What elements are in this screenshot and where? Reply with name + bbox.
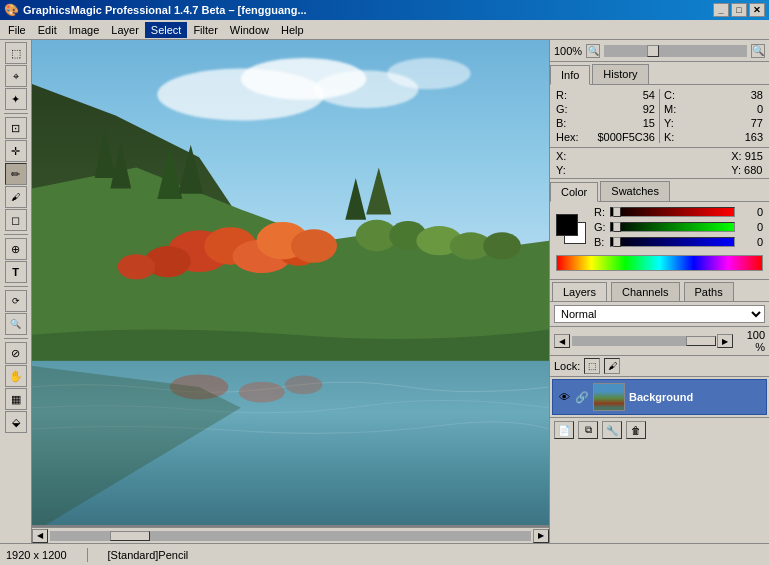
g-slider-track[interactable] [610, 222, 735, 232]
magic-wand-tool[interactable]: ✦ [5, 88, 27, 110]
b-slider-thumb[interactable] [613, 237, 621, 247]
menu-filter[interactable]: Filter [187, 22, 223, 38]
close-button[interactable]: ✕ [749, 3, 765, 17]
xy-label-row: X: Y: [556, 150, 566, 176]
scroll-left-button[interactable] [32, 529, 48, 543]
opacity-scroll-right[interactable] [717, 334, 733, 348]
lock-label: Lock: [554, 360, 580, 372]
lock-transparency-button[interactable]: ⬚ [584, 358, 600, 374]
info-col-left: R: 54 G: 92 B: 15 Hex: $000F5C36 [556, 89, 655, 143]
foreground-color-swatch[interactable] [556, 214, 578, 236]
info-r-row: R: 54 [556, 89, 655, 101]
opacity-row: 100 % [550, 327, 769, 356]
fill-tool[interactable]: ⬙ [5, 411, 27, 433]
blend-mode-row: Normal Dissolve Multiply Screen Overlay [550, 302, 769, 327]
menu-file[interactable]: File [2, 22, 32, 38]
hand-tool[interactable]: ✋ [5, 365, 27, 387]
zoom-slider-thumb[interactable] [647, 45, 659, 57]
b-slider-row: B: 0 [594, 236, 763, 248]
tab-swatches[interactable]: Swatches [600, 181, 670, 201]
delete-layer-button[interactable]: 🗑 [626, 421, 646, 439]
lock-paint-button[interactable]: 🖌 [604, 358, 620, 374]
color-panel-content: R: 0 G: 0 [550, 202, 769, 279]
tab-info[interactable]: Info [550, 65, 590, 85]
title-bar: 🎨 GraphicsMagic Professional 1.4.7 Beta … [0, 0, 769, 20]
canvas-scrollbar-h[interactable] [32, 527, 549, 543]
tab-history[interactable]: History [592, 64, 648, 84]
layer-properties-button[interactable]: 🔧 [602, 421, 622, 439]
tab-paths[interactable]: Paths [684, 282, 734, 301]
menu-window[interactable]: Window [224, 22, 275, 38]
arrow-right-icon-2 [722, 337, 728, 346]
gradient-tool[interactable]: ▦ [5, 388, 27, 410]
menu-edit[interactable]: Edit [32, 22, 63, 38]
k-value: 163 [745, 131, 763, 143]
r-slider-thumb[interactable] [613, 207, 621, 217]
info-g-row: G: 92 [556, 103, 655, 115]
text-tool[interactable]: T [5, 261, 27, 283]
svg-point-21 [285, 375, 323, 394]
duplicate-layer-button[interactable]: ⧉ [578, 421, 598, 439]
transform-tool[interactable]: ⟳ [5, 290, 27, 312]
clone-tool[interactable]: ⊕ [5, 238, 27, 260]
tab-channels[interactable]: Channels [611, 282, 679, 301]
r-slider-track[interactable] [610, 207, 735, 217]
brush-tool[interactable]: 🖌 [5, 186, 27, 208]
zoom-tool[interactable]: 🔍 [5, 313, 27, 335]
zoom-slider[interactable] [604, 45, 747, 57]
minimize-button[interactable]: _ [713, 3, 729, 17]
b-value: 15 [643, 117, 655, 129]
canvas-image [32, 40, 549, 525]
canvas-area[interactable] [32, 40, 549, 543]
tab-layers[interactable]: Layers [552, 282, 607, 301]
zoom-level: 100% [554, 45, 582, 57]
move-tool[interactable]: ✛ [5, 140, 27, 162]
eyedropper-tool[interactable]: ⊘ [5, 342, 27, 364]
menu-select[interactable]: Select [145, 22, 188, 38]
menu-image[interactable]: Image [63, 22, 106, 38]
r-slider-label: R: [594, 206, 606, 218]
arrow-left-icon [37, 531, 43, 540]
tab-color[interactable]: Color [550, 182, 598, 202]
info-y-row: Y: 77 [664, 117, 763, 129]
scroll-right-button[interactable] [533, 529, 549, 543]
maximize-button[interactable]: □ [731, 3, 747, 17]
rectangle-select-tool[interactable]: ⬚ [5, 42, 27, 64]
coordinates-row: X: Y: X: 915 Y: 680 [550, 147, 769, 178]
b-slider-track[interactable] [610, 237, 735, 247]
scroll-track-h[interactable] [50, 531, 531, 541]
crop-tool[interactable]: ⊡ [5, 117, 27, 139]
main-container: ⬚ ⌖ ✦ ⊡ ✛ ✏ 🖌 ◻ ⊕ T ⟳ 🔍 ⊘ ✋ ▦ ⬙ [0, 40, 769, 543]
new-layer-button[interactable]: 📄 [554, 421, 574, 439]
opacity-thumb[interactable] [686, 336, 716, 346]
eraser-tool[interactable]: ◻ [5, 209, 27, 231]
right-panel: 100% 🔍 🔍 Info History R: 54 G: [549, 40, 769, 543]
color-tab-header: Color Swatches [550, 179, 769, 202]
scroll-thumb-h[interactable] [110, 531, 150, 541]
layer-link-icon[interactable]: 🔗 [575, 391, 589, 404]
opacity-scroll-left[interactable] [554, 334, 570, 348]
c-value: 38 [751, 89, 763, 101]
layer-background-row[interactable]: 👁 🔗 Background [552, 379, 767, 415]
menu-help[interactable]: Help [275, 22, 310, 38]
opacity-track[interactable] [572, 336, 715, 346]
color-spectrum-bar[interactable] [556, 255, 763, 271]
blend-mode-select[interactable]: Normal Dissolve Multiply Screen Overlay [554, 305, 765, 323]
color-panel-section: Color Swatches R: 0 [550, 179, 769, 280]
g-slider-thumb[interactable] [613, 222, 621, 232]
svg-point-20 [239, 382, 285, 403]
g-value: 92 [643, 103, 655, 115]
hex-label: Hex: [556, 131, 579, 143]
pencil-tool[interactable]: ✏ [5, 163, 27, 185]
menu-layer[interactable]: Layer [105, 22, 145, 38]
opacity-number: 100 [747, 329, 765, 341]
layer-visibility-icon[interactable]: 👁 [557, 391, 571, 403]
zoom-out-button[interactable]: 🔍 [586, 44, 600, 58]
lasso-tool[interactable]: ⌖ [5, 65, 27, 87]
svg-point-12 [291, 229, 337, 262]
r-slider-value: 0 [739, 206, 763, 218]
zoom-in-button[interactable]: 🔍 [751, 44, 765, 58]
svg-point-10 [118, 254, 156, 279]
b-slider-label: B: [594, 236, 606, 248]
c-label: C: [664, 89, 675, 101]
